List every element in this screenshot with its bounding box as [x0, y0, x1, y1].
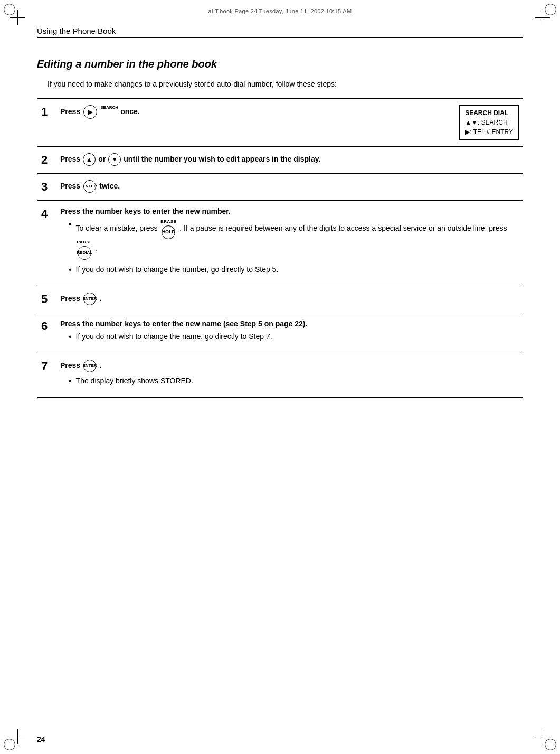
corner-circle-tr	[545, 4, 556, 15]
corner-circle-br	[545, 739, 556, 750]
step-3-press: Press	[60, 182, 82, 190]
step-1-num: 1	[41, 105, 60, 119]
step-6-bullet-1: • If you do not wish to change the name,…	[69, 331, 519, 342]
page-number: 24	[37, 735, 45, 743]
step-6-text: Press the number keys to enter the new n…	[60, 319, 519, 346]
step-5-press: Press	[60, 294, 82, 303]
enter-label-step5: ENTER	[82, 297, 97, 301]
step-1-cell: 1 Press ▶ SEARCH once. S	[37, 99, 523, 147]
step-4-text: Press the number keys to enter the new n…	[60, 207, 519, 279]
step-2-text: Press ▲ or ▼ until the number you wish t…	[60, 153, 519, 166]
step-1-press-label: Press	[60, 107, 82, 116]
step-7-num: 7	[41, 360, 60, 373]
step-4-bullet-1-text: To clear a mistake, press ERASE HOLD . I…	[76, 219, 519, 260]
step-5-suffix: .	[99, 294, 101, 303]
step-1-once: once.	[120, 107, 140, 116]
pause-redial-wrap: PAUSE REDIAL	[77, 239, 92, 260]
steps-table: 1 Press ▶ SEARCH once. S	[37, 98, 523, 398]
search-label-text: SEARCH	[100, 105, 118, 110]
down-arrow-button[interactable]: ▼	[108, 153, 121, 166]
step-7-cell: 7 Press ENTER . • The display briefly sh…	[37, 353, 523, 398]
page-header-title: Using the Phone Book	[37, 26, 116, 35]
step-4-num: 4	[41, 207, 60, 221]
step-7-bullet-1: • The display briefly shows STORED.	[69, 375, 519, 387]
step-7-row: 7 Press ENTER . • The display briefly sh…	[37, 353, 523, 398]
step-6-cell: 6 Press the number keys to enter the new…	[37, 313, 523, 353]
step-3-suffix: twice.	[99, 182, 120, 190]
step-7-bullets: • The display briefly shows STORED.	[69, 375, 519, 387]
intro-text: If you need to make changes to a previou…	[48, 79, 523, 90]
step-4-bullet-2: • If you do not wish to change the numbe…	[69, 264, 519, 275]
step-4-bullet-2-text: If you do not wish to change the number,…	[76, 264, 279, 275]
step-2-row: 2 Press ▲ or ▼ until the number you wish…	[37, 147, 523, 174]
search-dial-line2: ▶: TEL # ENTRY	[465, 127, 513, 137]
step-1-inner: Press ▶ SEARCH once. SEARCH DIAL ▲▼: SEA…	[60, 105, 519, 140]
step-5-cell: 5 Press ENTER .	[37, 286, 523, 313]
step-6-bullet-1-text: If you do not wish to change the name, g…	[76, 331, 272, 342]
step-1-text: Press ▶ SEARCH once.	[60, 105, 451, 119]
bullet-dot-7: •	[69, 377, 72, 385]
bullet-dot-6: •	[69, 333, 72, 341]
step-4-main: Press the number keys to enter the new n…	[60, 207, 519, 215]
main-content: Editing a number in the phone book If yo…	[37, 42, 523, 722]
enter-button-step5[interactable]: ENTER	[83, 293, 96, 305]
corner-circle-bl	[4, 739, 15, 750]
step-2-suffix: until the number you wish to edit appear…	[124, 155, 320, 163]
search-arrow-icon: ▶	[88, 109, 92, 116]
step-7-suffix: .	[99, 361, 101, 370]
step-3-num: 3	[41, 180, 60, 194]
pause-button[interactable]: REDIAL	[78, 246, 91, 260]
step-6-main: Press the number keys to enter the new n…	[60, 319, 519, 328]
enter-button-step7[interactable]: ENTER	[83, 360, 96, 372]
hold-button[interactable]: HOLD	[162, 225, 175, 239]
step-4-bullet-1: • To clear a mistake, press ERASE HOLD .…	[69, 219, 519, 260]
step-2-press: Press	[60, 155, 82, 163]
step-5-text: Press ENTER .	[60, 293, 519, 305]
erase-label: ERASE	[160, 219, 176, 225]
step-4-row: 4 Press the number keys to enter the new…	[37, 201, 523, 286]
pause-label: PAUSE	[77, 239, 92, 246]
step-5-num: 5	[41, 293, 60, 306]
search-dial-line1: ▲▼: SEARCH	[465, 118, 513, 127]
top-bar: al T.book Page 24 Tuesday, June 11, 2002…	[32, 6, 528, 16]
step-2-or: or	[98, 155, 108, 163]
top-bar-text: al T.book Page 24 Tuesday, June 11, 2002…	[208, 8, 352, 14]
enter-button-step3[interactable]: ENTER	[83, 180, 96, 193]
enter-label-step7: ENTER	[82, 364, 97, 368]
step-4-cell: 4 Press the number keys to enter the new…	[37, 201, 523, 286]
search-dial-title: SEARCH DIAL	[465, 108, 513, 118]
hold-erase-wrap: ERASE HOLD	[160, 219, 176, 239]
step-3-row: 3 Press ENTER twice.	[37, 174, 523, 201]
step-3-text: Press ENTER twice.	[60, 180, 519, 193]
step-7-text: Press ENTER . • The display briefly show…	[60, 360, 519, 391]
bullet-dot-2: •	[69, 266, 72, 274]
corner-circle-tl	[4, 4, 15, 15]
up-arrow-button[interactable]: ▲	[83, 153, 96, 166]
step-2-num: 2	[41, 153, 60, 167]
search-dial-box: SEARCH DIAL ▲▼: SEARCH ▶: TEL # ENTRY	[459, 105, 519, 140]
step-3-cell: 3 Press ENTER twice.	[37, 174, 523, 201]
bullet-dot-1: •	[69, 220, 72, 229]
search-button-icon[interactable]: ▶	[83, 105, 97, 119]
step-7-bullet-1-text: The display briefly shows STORED.	[76, 375, 193, 387]
step-2-cell: 2 Press ▲ or ▼ until the number you wish…	[37, 147, 523, 174]
step-1-row: 1 Press ▶ SEARCH once. S	[37, 99, 523, 147]
step-6-num: 6	[41, 319, 60, 333]
section-title: Editing a number in the phone book	[37, 58, 523, 70]
step-5-row: 5 Press ENTER .	[37, 286, 523, 313]
enter-label-step3: ENTER	[82, 184, 97, 188]
step-6-bullets: • If you do not wish to change the name,…	[69, 331, 519, 342]
step-7-press: Press	[60, 361, 82, 370]
page-header: Using the Phone Book	[37, 26, 523, 38]
step-4-bullets: • To clear a mistake, press ERASE HOLD .…	[69, 219, 519, 275]
step-6-row: 6 Press the number keys to enter the new…	[37, 313, 523, 353]
